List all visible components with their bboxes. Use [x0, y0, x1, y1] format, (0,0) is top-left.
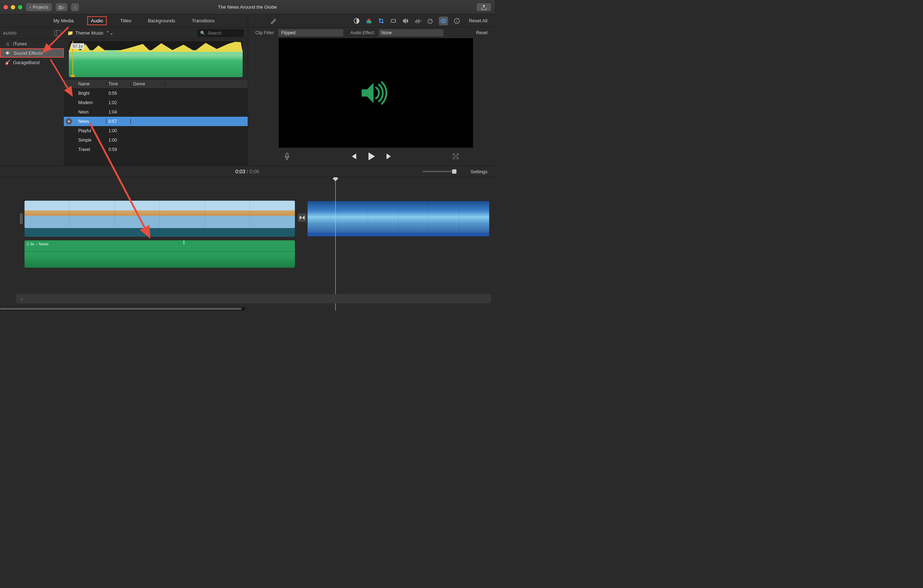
crop-icon[interactable] — [378, 17, 385, 25]
sidebar-item-label: GarageBand — [13, 60, 39, 65]
clip-thumbnail — [307, 201, 338, 233]
chevron-updown-icon: ⌃⌄ — [106, 30, 113, 36]
svg-rect-5 — [395, 20, 396, 21]
list-item[interactable]: Travel0:59 — [64, 145, 248, 154]
sidebar-item-itunes[interactable]: ♫ iTunes — [0, 39, 64, 48]
tab-my-media[interactable]: My Media — [51, 17, 76, 25]
svg-text:i: i — [457, 19, 457, 23]
tab-titles[interactable]: Titles — [118, 17, 135, 25]
audio-clip-news[interactable]: 2.3s – News — [25, 240, 295, 268]
preview-viewport[interactable] — [279, 38, 473, 148]
search-input[interactable]: 🔍 Search — [197, 29, 244, 37]
reset-button[interactable]: Reset — [476, 30, 488, 35]
volume-icon[interactable] — [402, 17, 409, 25]
tab-audio[interactable]: Audio — [87, 16, 106, 25]
audio-effect-label: Audio Effect: — [350, 30, 375, 35]
share-button[interactable] — [477, 3, 491, 11]
audio-effect-select[interactable]: None — [379, 29, 443, 36]
horizontal-scrollbar[interactable] — [0, 307, 245, 311]
minimize-window-icon[interactable] — [11, 5, 15, 9]
sidebar-item-garageband[interactable]: 🎸 GarageBand — [0, 57, 64, 67]
sidebar-toggle-icon[interactable] — [54, 30, 61, 36]
column-time[interactable]: Time — [106, 82, 131, 87]
list-item[interactable]: Playful1:00 — [64, 126, 248, 136]
timeline-header: 0:03 / 0:06 Settings — [0, 166, 495, 177]
list-item[interactable]: Bright0:55 — [64, 88, 248, 98]
transition-block[interactable] — [298, 213, 307, 222]
list-header: Name Time Genre — [64, 79, 248, 88]
settings-button[interactable]: Settings — [471, 169, 488, 174]
volume-line[interactable] — [25, 251, 295, 252]
clip-thumbnail — [459, 201, 489, 233]
stabilization-icon[interactable] — [390, 17, 397, 25]
tab-transitions[interactable]: Transitions — [189, 17, 217, 25]
close-window-icon[interactable] — [3, 5, 8, 9]
clip-handle[interactable] — [20, 213, 23, 224]
tab-backgrounds[interactable]: Backgrounds — [145, 17, 178, 25]
clip-thumbnail — [368, 201, 398, 233]
sidebar-item-sound-effects[interactable]: Sound Effects — [0, 48, 64, 57]
timecode-current: 0:03 — [235, 169, 245, 174]
list-item[interactable]: Neon1:04 — [64, 107, 248, 117]
clip-thumbnail — [398, 201, 429, 233]
audio-sidebar: AUDIO ♫ iTunes Sound Effects 🎸 GarageBan… — [0, 27, 64, 166]
speed-icon[interactable] — [427, 17, 434, 25]
fullscreen-icon[interactable] — [453, 154, 458, 161]
clip-audio-track[interactable] — [307, 233, 489, 236]
maximize-window-icon[interactable] — [18, 5, 22, 9]
noise-reduction-icon[interactable] — [414, 17, 422, 25]
background-music-well[interactable]: ♪ — [16, 294, 491, 303]
list-item-selected[interactable]: News0:57 — [64, 117, 248, 126]
share-icon — [481, 5, 487, 10]
voiceover-icon[interactable] — [284, 153, 290, 161]
reset-all-button[interactable]: Reset All — [469, 18, 488, 23]
svg-rect-11 — [286, 153, 288, 157]
waveform-preview[interactable]: 57.1s — [69, 41, 243, 77]
column-name[interactable]: Name — [74, 82, 106, 87]
timeline-playhead[interactable] — [335, 177, 336, 311]
audio-placeholder-icon — [360, 80, 392, 106]
clip-filter-label: Clip Filter: — [255, 30, 275, 35]
scrollbar-thumb[interactable] — [0, 308, 241, 310]
list-item[interactable]: Simple1:00 — [64, 136, 248, 145]
viewer-panel: Clip Filter: Flipped Audio Effect: None … — [248, 27, 495, 166]
projects-button[interactable]: ‹ Projects — [26, 3, 52, 11]
duration-badge: 57.1s — [71, 43, 84, 49]
audio-keyframe[interactable] — [183, 240, 185, 245]
folder-name: Theme Music — [76, 30, 103, 36]
clip-filter-select[interactable]: Flipped — [278, 29, 343, 36]
library-view-button[interactable]: ▤♪ — [56, 3, 67, 11]
prev-button[interactable] — [350, 154, 357, 161]
play-preview-icon[interactable] — [66, 118, 72, 124]
video-clip-2[interactable] — [307, 201, 489, 233]
clip-thumbnail — [429, 201, 459, 233]
column-genre[interactable]: Genre — [131, 82, 165, 87]
color-correction-icon[interactable] — [365, 17, 373, 25]
sidebar-title: AUDIO — [3, 31, 16, 35]
video-clip-1[interactable] — [25, 201, 295, 228]
clip-filter-icon[interactable] — [439, 16, 448, 25]
import-button[interactable]: ↓ — [71, 3, 79, 11]
clip-thumbnail — [338, 201, 368, 233]
next-button[interactable] — [386, 154, 392, 161]
color-balance-icon[interactable] — [353, 17, 360, 25]
browser-toolbar: 📁 Theme Music ⌃⌄ 🔍 Search — [64, 27, 248, 39]
filmstrip-icon: ▤♪ — [58, 5, 64, 10]
main-area: AUDIO ♫ iTunes Sound Effects 🎸 GarageBan… — [0, 27, 495, 166]
audio-waveform — [25, 255, 295, 268]
enhance-icon[interactable] — [270, 17, 277, 25]
info-icon[interactable]: i — [453, 17, 460, 25]
search-placeholder: Search — [208, 31, 222, 36]
zoom-thumb[interactable] — [452, 169, 457, 174]
clip-audio-track[interactable] — [25, 228, 295, 237]
play-button[interactable] — [368, 152, 375, 161]
folder-icon: 📁 — [67, 30, 73, 36]
zoom-slider[interactable] — [422, 171, 455, 172]
folder-selector[interactable]: 📁 Theme Music ⌃⌄ — [67, 30, 113, 36]
adjust-toolbar: i Reset All — [248, 15, 495, 27]
list-item[interactable]: Modern1:02 — [64, 98, 248, 107]
timeline[interactable]: 2.3s – News ♪ — [0, 177, 495, 311]
waveform-peaks — [69, 41, 243, 52]
titlebar: ‹ Projects ▤♪ ↓ The News Around the Glob… — [0, 0, 495, 15]
preview-marker[interactable] — [71, 75, 75, 77]
